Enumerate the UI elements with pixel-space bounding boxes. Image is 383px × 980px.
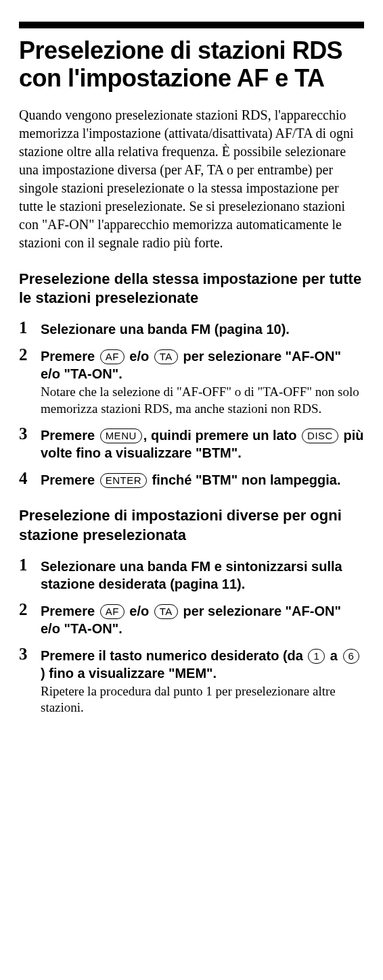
step-note: Ripetere la procedura dal punto 1 per pr…: [41, 683, 364, 716]
step-instruction: Selezionare una banda FM (pagina 10).: [41, 320, 364, 338]
step-instruction: Premere MENU, quindi premere un lato DIS…: [41, 426, 364, 462]
key-label: TA: [154, 349, 178, 364]
step-text-part: Premere: [41, 428, 99, 443]
step-text-part: Premere: [41, 472, 99, 487]
step-instruction: Premere il tasto numerico desiderato (da…: [41, 647, 364, 682]
section-b-heading: Preselezione di impostazioni diverse per…: [19, 506, 364, 545]
key-label: 1: [308, 649, 325, 664]
step-item: Selezionare una banda FM e sintonizzarsi…: [19, 558, 364, 593]
step-text-part: finché "BTM" non lampeggia.: [148, 472, 341, 487]
section-a-steps: Selezionare una banda FM (pagina 10). Pr…: [19, 320, 364, 489]
key-label: TA: [154, 604, 178, 619]
section-a-heading: Preselezione della stessa impostazione p…: [19, 270, 364, 308]
step-text-part: e/o: [126, 604, 153, 618]
step-text-part: Premere: [41, 349, 99, 364]
page-title: Preselezione di stazioni RDS con l'impos…: [19, 36, 364, 93]
key-label: ENTER: [100, 473, 147, 488]
step-instruction: Premere AF e/o TA per selezionare "AF-ON…: [41, 602, 364, 637]
step-text-part: e/o: [126, 349, 153, 364]
key-label: AF: [100, 604, 125, 619]
intro-paragraph: Quando vengono preselezionate stazioni R…: [19, 106, 364, 252]
step-note: Notare che la selezione di "AF-OFF" o di…: [41, 384, 364, 417]
step-item: Selezionare una banda FM (pagina 10).: [19, 320, 364, 338]
key-label: 6: [343, 649, 360, 664]
step-instruction: Premere ENTER finché "BTM" non lampeggia…: [41, 471, 364, 489]
step-item: Premere MENU, quindi premere un lato DIS…: [19, 426, 364, 462]
section-rule: [19, 22, 364, 28]
key-label: DISC: [302, 428, 338, 443]
section-b-steps: Selezionare una banda FM e sintonizzarsi…: [19, 558, 364, 716]
step-text-part: a: [326, 648, 341, 663]
step-item: Premere il tasto numerico desiderato (da…: [19, 647, 364, 716]
key-label: MENU: [100, 428, 142, 443]
step-text-part: ) fino a visualizzare "MEM".: [41, 666, 217, 681]
step-instruction: Premere AF e/o TA per selezionare "AF-ON…: [41, 347, 364, 383]
step-text-part: Premere il tasto numerico desiderato (da: [41, 648, 307, 663]
step-text-part: Premere: [41, 604, 99, 618]
page-content: Preselezione di stazioni RDS con l'impos…: [0, 0, 383, 753]
step-text-part: , quindi premere un lato: [143, 428, 300, 443]
step-item: Premere AF e/o TA per selezionare "AF-ON…: [19, 602, 364, 637]
step-item: Premere ENTER finché "BTM" non lampeggia…: [19, 471, 364, 489]
step-instruction: Selezionare una banda FM e sintonizzarsi…: [41, 558, 364, 593]
key-label: AF: [100, 349, 125, 364]
step-item: Premere AF e/o TA per selezionare "AF-ON…: [19, 347, 364, 417]
